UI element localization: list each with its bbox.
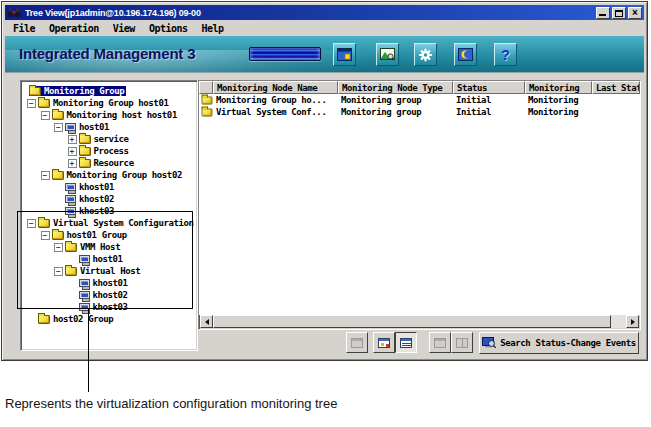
tree-item-label: host01 [79, 122, 109, 132]
table-cell: Initial [453, 106, 525, 118]
tree-item[interactable]: −Monitoring Group host02 [23, 169, 195, 181]
search-button-label: Search Status-Change Events [500, 338, 636, 348]
horizontal-scrollbar[interactable] [200, 315, 639, 328]
tree-item[interactable]: −Monitoring Group host01 [23, 97, 195, 109]
tree-item[interactable]: host02 Group [23, 313, 195, 325]
menu-help[interactable]: Help [198, 23, 228, 34]
annotation-callout-line [88, 309, 89, 392]
visual-monitoring-button[interactable] [376, 43, 399, 66]
page: Tree View(jp1admin@10.196.174.196) 09-00… [0, 0, 651, 427]
menu-options[interactable]: Options [145, 23, 192, 34]
table-cell: Initial [453, 94, 525, 106]
column-header[interactable]: Status [453, 81, 525, 94]
tree-item-label: Monitoring Group host01 [53, 98, 168, 108]
menu-view[interactable]: View [109, 23, 139, 34]
list-view-button[interactable] [395, 332, 417, 353]
tree-item-label: Resource [94, 158, 134, 168]
activity-gauge [249, 47, 321, 61]
tree-item[interactable]: Monitoring Group [23, 85, 195, 97]
maximize-icon [615, 10, 623, 17]
folder-icon [79, 135, 91, 144]
tree-item[interactable]: +service [23, 133, 195, 145]
tree-item-label: Process [94, 146, 129, 156]
tree-item[interactable]: −host01 [23, 121, 195, 133]
tree-item-label: khost01 [79, 182, 114, 192]
collapse-icon[interactable]: − [41, 111, 50, 120]
node-list-panel: Monitoring Node NameMonitoring Node Type… [198, 80, 641, 330]
grid-gray-icon [456, 338, 468, 348]
table-cell: Monitoring [525, 94, 592, 106]
tree-item[interactable]: +Resource [23, 157, 195, 169]
column-header[interactable]: Monitoring Node Type [338, 81, 453, 94]
scrollbar-track[interactable] [611, 315, 626, 328]
folder-icon [38, 315, 50, 324]
close-icon: × [629, 7, 641, 18]
console-icon [458, 48, 473, 61]
integrated-console-button[interactable] [454, 43, 477, 66]
indent-spacer [27, 319, 38, 320]
column-header[interactable]: Monitoring Node Name [213, 81, 338, 94]
tree-item[interactable]: khost02 [23, 193, 195, 205]
collapse-icon[interactable]: − [54, 123, 63, 132]
help-button[interactable]: ? [494, 43, 517, 66]
close-button[interactable]: × [628, 7, 642, 19]
table-cell: Monitoring group [338, 106, 453, 118]
menu-file[interactable]: File [9, 23, 39, 34]
folder-icon [202, 96, 213, 104]
computer-icon [65, 123, 76, 131]
column-header[interactable]: Last Status U [592, 81, 640, 94]
folder-icon [52, 111, 64, 120]
scroll-left-icon [202, 319, 209, 325]
title-bar[interactable]: Tree View(jp1admin@10.196.174.196) 09-00… [5, 5, 644, 20]
annotation-text: Represents the virtualization configurat… [5, 396, 337, 411]
table-cell: Virtual System Conf... [213, 106, 338, 118]
folder-icon [202, 108, 213, 116]
window-gray-icon [434, 338, 446, 348]
maximize-button[interactable] [612, 7, 626, 19]
annotation-box [17, 211, 193, 309]
tool-launcher-button[interactable] [414, 43, 437, 66]
indent-spacer [54, 187, 65, 188]
table-body: Monitoring Group ho...Monitoring groupIn… [199, 94, 640, 315]
expand-icon[interactable]: + [68, 147, 77, 156]
expand-icon[interactable]: + [68, 135, 77, 144]
table-row[interactable]: Monitoring Group ho...Monitoring groupIn… [199, 94, 640, 106]
disabled-tool-button-2 [429, 332, 451, 353]
column-header[interactable]: Monitoring [525, 81, 592, 94]
scrollbar-thumb[interactable] [213, 315, 611, 328]
monitor-window-button[interactable] [333, 43, 356, 66]
binoculars-icon [7, 7, 21, 18]
gear-icon [418, 48, 433, 62]
disabled-tool-button-3 [451, 332, 473, 353]
menu-operation[interactable]: Operation [45, 23, 103, 34]
table-row[interactable]: Virtual System Conf...Monitoring groupIn… [199, 106, 640, 118]
scroll-right-button[interactable] [626, 315, 639, 328]
tree-item[interactable]: +Process [23, 145, 195, 157]
column-header[interactable] [199, 81, 213, 94]
table-cell: Monitoring [525, 106, 592, 118]
folder-icon [38, 99, 50, 108]
list-view-icon [400, 338, 412, 348]
folder-icon [29, 87, 41, 96]
minimize-button[interactable] [596, 7, 610, 19]
collapse-icon[interactable]: − [41, 171, 50, 180]
search-status-change-events-button[interactable]: Search Status-Change Events [479, 332, 639, 354]
scroll-left-button[interactable] [200, 315, 213, 328]
table-header: Monitoring Node NameMonitoring Node Type… [199, 81, 640, 94]
tree-item-label: Monitoring host host01 [67, 110, 177, 120]
indent-spacer [54, 199, 65, 200]
minimize-icon [599, 14, 606, 16]
icon-view-icon [378, 338, 390, 348]
collapse-icon[interactable]: − [27, 99, 36, 108]
tree-item-label: service [94, 134, 129, 144]
table-cell: Monitoring group [338, 94, 453, 106]
main-toolbar: Integrated Management 3 [5, 36, 644, 73]
tree-item[interactable]: khost01 [23, 181, 195, 193]
computer-icon [65, 195, 76, 203]
tree-item[interactable]: −Monitoring host host01 [23, 109, 195, 121]
folder-icon [79, 159, 91, 168]
tree-item-label: Monitoring Group host02 [67, 170, 182, 180]
help-icon: ? [501, 47, 510, 63]
expand-icon[interactable]: + [68, 159, 77, 168]
icon-view-button[interactable] [373, 332, 395, 353]
